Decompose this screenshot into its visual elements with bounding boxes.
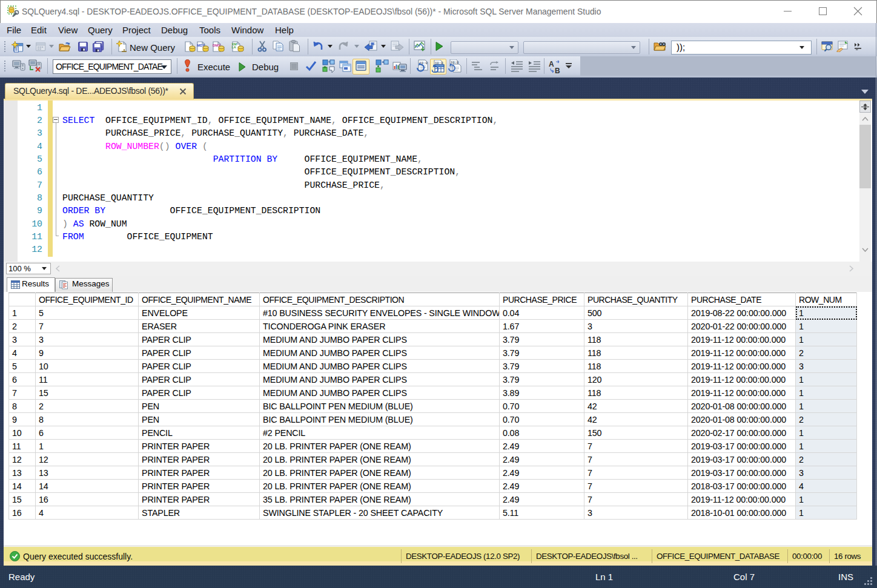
svg-text:B: B	[555, 67, 560, 74]
svg-text:LA: LA	[232, 45, 236, 49]
svg-text:A: A	[549, 60, 554, 68]
svg-text:10:0: 10:0	[451, 61, 458, 65]
